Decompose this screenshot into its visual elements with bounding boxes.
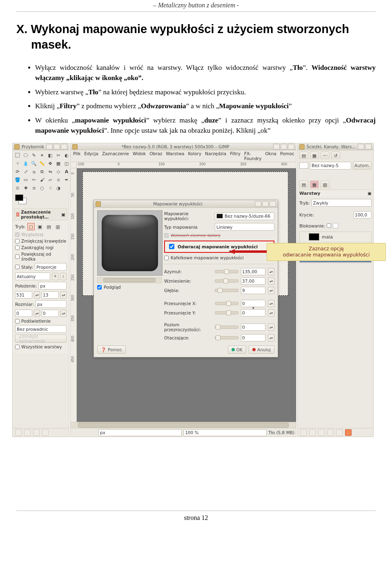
guides-combo[interactable]: Bez prowadnic▾ <box>15 325 67 333</box>
perspective-clone-tool[interactable]: ⧈ <box>30 184 38 192</box>
azimuth-slider[interactable] <box>215 270 238 273</box>
blend-tool[interactable]: ▭ <box>22 176 29 183</box>
image-selector[interactable]: Bez nazwy-5▾ <box>310 162 351 169</box>
fg-select-tool[interactable]: ◐ <box>63 152 70 159</box>
ambient-value[interactable]: 0 <box>241 334 265 341</box>
duplicate-layer-icon[interactable] <box>327 429 334 436</box>
rect-select-tool[interactable] <box>14 152 21 159</box>
color-picker-tool[interactable]: 💧 <box>22 160 29 167</box>
menu-item[interactable]: Pomoc <box>280 151 294 161</box>
waterlevel-slider[interactable] <box>215 326 238 329</box>
blur-tool[interactable]: ○ <box>38 184 46 192</box>
azimuth-value[interactable]: 135,00 <box>241 268 265 275</box>
all-layers-checkbox[interactable] <box>15 345 20 349</box>
elevation-value[interactable]: 37,00 <box>241 277 265 285</box>
flip-tool[interactable]: ⇋ <box>47 168 54 175</box>
expand-center-checkbox[interactable] <box>15 254 20 259</box>
help-button[interactable]: ❓ Pomoc <box>97 346 126 354</box>
h-scrollbar[interactable] <box>71 422 296 428</box>
menu-item[interactable]: Warstwa <box>166 151 184 161</box>
xoffset-slider[interactable] <box>215 302 238 305</box>
ok-button[interactable]: OK <box>228 346 246 354</box>
tab-layers[interactable]: ▤ <box>299 152 308 159</box>
eraser-tool[interactable]: ▱ <box>47 176 54 183</box>
magic-wand-tool[interactable]: ✴ <box>38 152 46 159</box>
mode-intersect-icon[interactable]: ▥ <box>54 223 62 230</box>
pos-unit[interactable]: px▾ <box>38 282 67 290</box>
raise-layer-icon[interactable] <box>309 429 316 436</box>
ratio-portrait[interactable]: ▯ <box>60 273 67 280</box>
menu-item[interactable]: Narzędzia <box>205 151 226 161</box>
clone-tool[interactable]: ⊙ <box>14 184 21 192</box>
footer-delete-icon[interactable] <box>33 429 40 436</box>
size-unit[interactable]: px▾ <box>36 300 67 308</box>
layer-row[interactable]: mala <box>300 232 371 242</box>
move-tool[interactable]: ✥ <box>47 160 54 167</box>
preview-hscroll[interactable] <box>97 277 162 283</box>
minimize-icon[interactable] <box>46 144 53 149</box>
minimize-icon[interactable] <box>358 144 364 149</box>
bump-map-source[interactable]: Bez nazwy-5/duze-66▾ <box>215 212 274 220</box>
ellipse-select-tool[interactable] <box>22 152 29 159</box>
crop-tool[interactable]: ◫ <box>63 160 70 167</box>
tab-paths[interactable]: ⬳ <box>321 152 330 159</box>
footer-save-icon[interactable] <box>15 429 22 436</box>
yoffset-value[interactable]: 0 <box>241 309 265 317</box>
maximize-icon[interactable] <box>281 144 287 149</box>
lock-pixels[interactable] <box>327 223 331 228</box>
tab-channels[interactable]: ▦ <box>310 152 319 159</box>
lower-layer-icon[interactable] <box>318 429 325 436</box>
ratio-swap[interactable]: ⇅ <box>52 273 58 280</box>
auto-button[interactable]: Autom. <box>353 161 372 169</box>
current-combo[interactable]: Aktualny <box>15 272 50 280</box>
ambient-slider[interactable] <box>215 336 238 339</box>
elevation-slider[interactable] <box>215 279 238 283</box>
mode-subtract-icon[interactable]: ▤ <box>45 223 53 230</box>
fixed-checkbox[interactable] <box>15 265 20 269</box>
delete-layer-icon[interactable] <box>345 429 352 436</box>
feather-checkbox[interactable] <box>15 239 20 243</box>
dodge-tool[interactable]: ◑ <box>55 184 62 192</box>
menu-item[interactable]: Edycja <box>84 151 98 161</box>
highlight-checkbox[interactable] <box>15 319 20 323</box>
new-layer-icon[interactable] <box>300 429 307 436</box>
footer-reset-icon[interactable] <box>42 429 49 436</box>
zoom-tool[interactable]: 🔍 <box>30 160 38 167</box>
tab-paths-2[interactable]: ▧ <box>321 181 330 188</box>
tile-checkbox[interactable] <box>164 256 169 260</box>
minimize-icon[interactable] <box>273 144 280 149</box>
heal-tool[interactable]: ✚ <box>22 184 29 192</box>
tab-channels-2[interactable]: ▦ <box>310 181 319 188</box>
antialias-checkbox[interactable] <box>15 232 20 237</box>
pencil-tool[interactable]: ✏ <box>30 176 38 183</box>
waterlevel-value[interactable]: 0 <box>241 323 265 331</box>
mode-replace-icon[interactable]: ▢ <box>27 223 35 230</box>
scale-tool[interactable]: ⤢ <box>22 168 29 175</box>
menu-item[interactable]: Widok <box>133 151 146 161</box>
menu-item[interactable]: FX-Foundry <box>244 151 262 161</box>
status-unit[interactable]: px▾ <box>98 429 182 436</box>
depth-slider[interactable] <box>215 289 238 292</box>
footer-revert-icon[interactable] <box>24 429 31 436</box>
menu-item[interactable]: Kolory <box>188 151 201 161</box>
mode-add-icon[interactable]: ▣ <box>36 223 44 230</box>
rotate-tool[interactable]: ⟳ <box>14 168 21 175</box>
status-zoom[interactable]: 100 %▾ <box>183 429 267 436</box>
airbrush-tool[interactable]: ⎋ <box>55 176 62 183</box>
strengthen-checkbox[interactable] <box>164 233 169 238</box>
pos-y[interactable]: 13 <box>42 291 59 299</box>
bucket-fill-tool[interactable]: 🪣 <box>14 176 21 183</box>
round-checkbox[interactable] <box>15 245 20 250</box>
fg-bg-colors[interactable] <box>13 193 69 207</box>
visibility-toggle[interactable] <box>301 234 306 239</box>
ink-tool[interactable]: ✒ <box>63 176 70 183</box>
paintbrush-tool[interactable]: 🖌 <box>38 176 46 183</box>
menu-item[interactable]: Filtry <box>230 151 241 161</box>
cancel-button[interactable]: Anuluj <box>249 346 274 354</box>
menu-item[interactable]: Okna <box>265 151 276 161</box>
size-w[interactable]: 0 <box>15 310 32 317</box>
blend-mode[interactable]: Zwykły▾ <box>312 199 372 207</box>
close-icon[interactable] <box>61 144 67 149</box>
maximize-icon[interactable] <box>53 144 60 149</box>
smudge-tool[interactable]: ☝ <box>47 184 54 192</box>
